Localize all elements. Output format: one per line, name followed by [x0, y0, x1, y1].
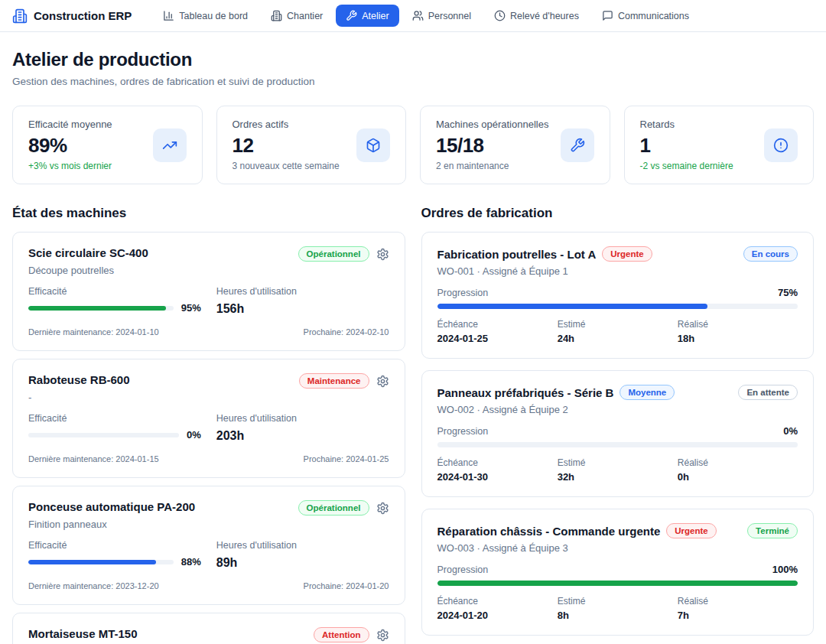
last-maintenance-prefix: Dernière maintenance:	[28, 454, 113, 463]
main-content: Atelier de production Gestion des machin…	[0, 49, 826, 644]
order-title-row: Fabrication poutrelles - Lot A Urgente	[437, 246, 652, 262]
last-maintenance-prefix: Dernière maintenance:	[28, 581, 113, 590]
machine-card-header: Mortaiseuse MT-150 Attention	[28, 627, 389, 642]
order-status-badge: En cours	[743, 246, 798, 262]
stat-icon	[773, 138, 789, 153]
nav-item[interactable]: Personnel	[402, 5, 481, 27]
stat-value: 89%	[28, 134, 112, 158]
order-done-value: 7h	[678, 610, 798, 621]
machine-hours-block: Heures d'utilisation 156h	[216, 286, 389, 316]
order-meta: WO-001 · Assigné à Équipe 1	[437, 265, 652, 277]
machine-efficiency-bar-row: 95%	[28, 302, 201, 314]
gear-icon	[376, 248, 389, 261]
machine-next-maintenance: Prochaine: 2024-02-10	[304, 327, 389, 337]
order-title-block: Fabrication poutrelles - Lot A Urgente W…	[437, 246, 652, 277]
last-maintenance-date: 2024-01-15	[115, 454, 158, 463]
order-due-block: Échéance 2024-01-20	[437, 596, 558, 621]
machine-card: Scie circulaire SC-400 Opérationnel Déco…	[12, 232, 405, 351]
next-maintenance-prefix: Prochaine:	[304, 581, 344, 590]
machine-status-badge: Maintenance	[299, 373, 369, 389]
machine-next-maintenance: Prochaine: 2024-01-25	[304, 454, 389, 463]
orders-section-title: Ordres de fabrication	[421, 206, 815, 221]
stat-icon	[366, 138, 381, 153]
stats-row: Efficacité moyenne 89% +3% vs mois derni…	[12, 106, 814, 184]
nav-item-label: Chantier	[287, 11, 323, 21]
machine-last-maintenance: Dernière maintenance: 2024-01-15	[28, 454, 159, 463]
machine-efficiency-label: Efficacité	[28, 540, 201, 551]
order-done-block: Réalisé 7h	[678, 596, 798, 621]
stat-card-body: Efficacité moyenne 89% +3% vs mois derni…	[28, 119, 112, 171]
machine-efficiency-block: Efficacité 0%	[28, 413, 201, 443]
last-maintenance-prefix: Dernière maintenance:	[28, 327, 113, 337]
machine-settings-button[interactable]	[376, 375, 389, 388]
machine-progress-track	[28, 433, 179, 437]
order-progress-track	[437, 304, 798, 309]
nav-item-icon	[163, 10, 174, 21]
nav-item[interactable]: Relevé d'heures	[484, 5, 589, 27]
order-name: Panneaux préfabriqués - Série B	[437, 386, 614, 399]
machine-hours-value: 156h	[216, 302, 389, 316]
machine-card: Raboteuse RB-600 Maintenance - Efficacit…	[12, 359, 405, 478]
stat-icon	[162, 138, 177, 153]
machine-progress-track	[28, 560, 174, 564]
stat-card: Efficacité moyenne 89% +3% vs mois derni…	[12, 106, 203, 184]
order-progress-label: Progression	[437, 426, 489, 437]
order-status-badge: Terminé	[747, 523, 798, 538]
order-title-block: Panneaux préfabriqués - Série B Moyenne …	[437, 385, 675, 415]
machine-hours-value: 89h	[216, 556, 389, 570]
nav-item[interactable]: Chantier	[261, 5, 333, 27]
machine-settings-button[interactable]	[376, 629, 389, 642]
machine-header-right: Attention	[314, 627, 389, 642]
machine-settings-button[interactable]	[376, 502, 389, 515]
nav-item[interactable]: Tableau de bord	[153, 5, 258, 27]
top-navigation: Construction ERP Tableau de bord Chantie…	[0, 0, 826, 32]
orders-section: Ordres de fabrication Fabrication poutre…	[421, 190, 815, 644]
order-due-block: Échéance 2024-01-30	[437, 457, 558, 483]
machines-section-title: État des machines	[12, 206, 405, 221]
order-card: Réparation châssis - Commande urgente Ur…	[421, 509, 815, 636]
machine-hours-block: Heures d'utilisation 89h	[216, 540, 389, 570]
machine-header-right: Opérationnel	[298, 246, 389, 262]
order-card: Panneaux préfabriqués - Série B Moyenne …	[421, 370, 815, 497]
machine-efficiency-value: 88%	[181, 556, 201, 568]
order-done-block: Réalisé 0h	[678, 457, 798, 483]
stat-card: Ordres actifs 12 3 nouveaux cette semain…	[216, 106, 407, 184]
order-card-header: Fabrication poutrelles - Lot A Urgente W…	[437, 246, 798, 277]
stat-icon-box	[764, 128, 798, 162]
stat-note: +3% vs mois dernier	[28, 161, 112, 171]
order-priority-badge: Urgente	[666, 523, 716, 538]
machine-name: Ponceuse automatique PA-200	[28, 500, 195, 513]
machine-efficiency-bar-row: 0%	[28, 429, 201, 441]
order-title-block: Réparation châssis - Commande urgente Ur…	[437, 523, 717, 554]
gear-icon	[376, 629, 389, 642]
machine-last-maintenance: Dernière maintenance: 2023-12-20	[28, 581, 159, 590]
machine-card-footer: Dernière maintenance: 2024-01-15 Prochai…	[28, 454, 389, 463]
machine-header-right: Opérationnel	[298, 500, 389, 516]
machines-list: Scie circulaire SC-400 Opérationnel Déco…	[12, 232, 405, 644]
stat-label: Efficacité moyenne	[28, 119, 112, 130]
next-maintenance-date: 2024-01-25	[346, 454, 389, 463]
stat-note: 2 en maintenance	[436, 161, 548, 171]
gear-icon	[376, 502, 389, 515]
stat-icon-box	[561, 128, 594, 162]
nav-item-icon	[271, 10, 282, 21]
machine-hours-label: Heures d'utilisation	[216, 413, 389, 424]
machine-title-block: Raboteuse RB-600	[28, 373, 130, 386]
order-card: Fabrication poutrelles - Lot A Urgente W…	[421, 232, 815, 359]
nav-item-icon	[494, 10, 506, 21]
stat-icon-box	[356, 128, 390, 162]
order-estimated-label: Estimé	[558, 596, 678, 607]
nav-item-label: Tableau de bord	[179, 11, 248, 21]
machine-name: Raboteuse RB-600	[28, 373, 130, 386]
order-due-label: Échéance	[437, 319, 558, 330]
order-done-block: Réalisé 18h	[678, 319, 798, 344]
nav-item-label: Atelier	[362, 11, 389, 21]
order-estimated-label: Estimé	[558, 319, 678, 330]
machine-settings-button[interactable]	[376, 248, 389, 261]
nav-item[interactable]: Atelier	[336, 5, 398, 27]
order-progress-track	[437, 442, 798, 447]
nav-item[interactable]: Communications	[592, 5, 699, 27]
order-done-value: 18h	[678, 333, 798, 344]
machine-last-maintenance: Dernière maintenance: 2024-01-10	[28, 327, 159, 337]
order-done-label: Réalisé	[678, 596, 798, 607]
